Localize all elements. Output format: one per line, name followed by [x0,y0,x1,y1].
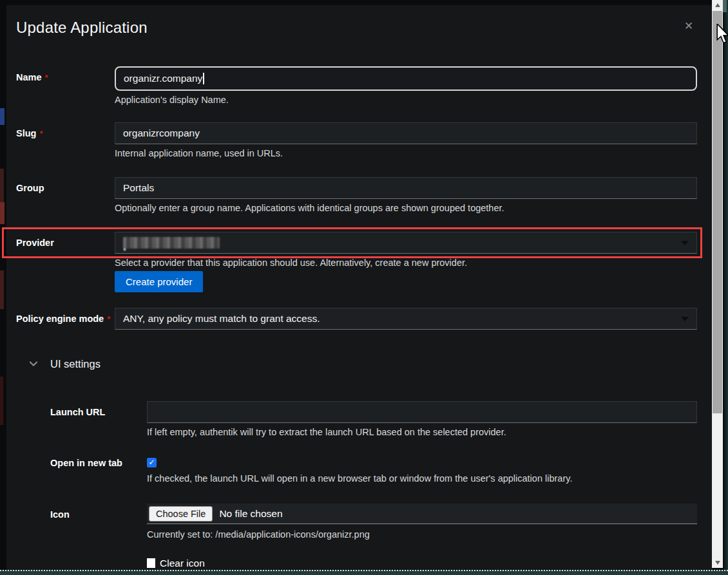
form-row-clear-icon: Clear icon [50,558,697,570]
close-icon[interactable]: ✕ [682,19,696,33]
arrow-up-icon [715,3,720,7]
backdrop-fragment [0,108,5,125]
scrollbar-thumb[interactable] [713,11,722,413]
form-row-icon: Icon Choose File No file chosen Currentl… [50,504,697,540]
text-cursor [203,73,204,84]
name-label: Name* [16,66,115,106]
backdrop-fragment [0,377,3,425]
section-ui-settings[interactable]: UI settings [29,357,697,371]
form-row-name: Name* organizr.company Application's dis… [16,66,697,106]
group-input[interactable]: Portals [115,177,697,199]
provider-label: Provider [16,232,115,292]
policy-engine-mode-label: Policy engine mode* [16,308,115,330]
slug-input-value: organizrcompany [123,127,200,139]
launch-url-help-text: If left empty, authentik will try to ext… [147,427,697,438]
chevron-down-icon [681,317,689,321]
name-input[interactable]: organizr.company [115,66,697,91]
update-application-modal: Update Application ✕ Name* organizr.comp… [6,5,713,575]
form-row-provider: Provider Select a provider that this app… [16,232,697,292]
bottom-edge-band [0,570,728,575]
icon-label: Icon [50,504,147,540]
launch-url-input[interactable] [147,401,697,423]
name-help-text: Application's display Name. [115,95,697,106]
provider-help-text: Select a provider that this application … [115,258,697,269]
backdrop-fragment [0,169,4,202]
name-input-value: organizr.company [124,73,202,84]
scrollbar[interactable] [712,0,723,568]
window-corner [723,0,727,12]
slug-input[interactable]: organizrcompany [115,122,697,144]
modal-title: Update Application [16,18,697,37]
launch-url-label: Launch URL [50,401,147,438]
icon-file-input[interactable]: Choose File No file chosen [147,504,697,524]
chevron-down-icon [29,359,38,368]
open-in-new-tab-label: Open in new tab [50,456,147,484]
backdrop-fragment [0,202,5,224]
provider-value-redacted [123,237,220,249]
slug-label: Slug* [16,122,115,159]
form-row-policy-engine-mode: Policy engine mode* ANY, any policy must… [16,308,697,330]
open-in-new-tab-help-text: If checked, the launch URL will open in … [147,473,697,484]
group-input-value: Portals [123,182,154,194]
required-asterisk: * [107,314,110,324]
choose-file-button[interactable]: Choose File [149,506,213,522]
policy-engine-mode-value: ANY, any policy must match to grant acce… [123,313,320,325]
create-provider-button[interactable]: Create provider [115,271,203,292]
provider-select[interactable] [115,232,697,254]
group-help-text: Optionally enter a group name. Applicati… [115,203,697,214]
required-asterisk: * [45,73,48,82]
form-row-group: Group Portals Optionally enter a group n… [16,177,697,214]
section-ui-settings-label: UI settings [50,358,101,370]
chevron-down-icon [681,241,689,245]
policy-engine-mode-select[interactable]: ANY, any policy must match to grant acce… [115,308,697,330]
icon-help-text: Currently set to: /media/application-ico… [147,529,697,540]
slug-help-text: Internal application name, used in URLs. [115,148,697,159]
scrollbar-up-button[interactable] [712,0,723,10]
backdrop-fragment [0,270,4,309]
modal-header: Update Application ✕ [16,18,697,37]
scrollbar-down-button[interactable] [712,558,723,568]
form-row-slug: Slug* organizrcompany Internal applicati… [16,122,697,159]
form-row-launch-url: Launch URL If left empty, authentik will… [50,401,697,438]
form-row-open-in-new-tab: Open in new tab ✓ If checked, the launch… [50,456,697,484]
group-label: Group [16,177,115,214]
required-asterisk: * [39,129,43,138]
file-chosen-status: No file chosen [219,508,282,520]
arrow-down-icon [715,561,720,565]
open-in-new-tab-checkbox[interactable]: ✓ [147,458,157,467]
clear-icon-checkbox[interactable] [147,558,155,568]
window-right-edge [723,0,728,575]
clear-icon-label: Clear icon [160,558,205,569]
